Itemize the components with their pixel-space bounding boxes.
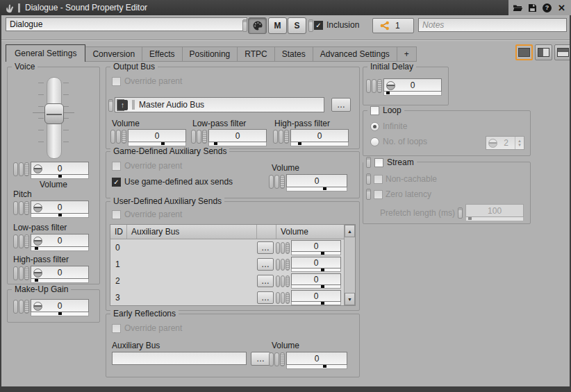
spin-down-icon[interactable]: ▼ xyxy=(518,143,522,147)
tab-effects[interactable]: Effects xyxy=(142,46,182,62)
row-browse-button[interactable]: … xyxy=(257,275,274,287)
rtpc-curve-icon[interactable] xyxy=(372,79,376,93)
drag-handle[interactable] xyxy=(366,173,371,185)
rtpc-curve-icon[interactable] xyxy=(19,266,24,280)
infinite-radio[interactable] xyxy=(370,122,379,131)
rtpc-curve-icon[interactable] xyxy=(274,175,279,189)
tab-conversion[interactable]: Conversion xyxy=(85,46,142,62)
slider-strip[interactable] xyxy=(291,252,341,255)
randomizer-icon[interactable] xyxy=(386,81,395,90)
game-aux-volume-field[interactable]: 0 xyxy=(286,174,347,187)
inclusion-checkbox[interactable]: ✓ xyxy=(314,21,323,30)
loop-checkbox[interactable] xyxy=(370,106,379,115)
state-list-icon[interactable] xyxy=(24,266,29,280)
rtpc-curve-icon[interactable] xyxy=(281,242,285,254)
tab-positioning[interactable]: Positioning xyxy=(182,46,238,62)
tab-states[interactable]: States xyxy=(274,46,313,62)
scroll-up-button[interactable]: ▲ xyxy=(345,225,355,237)
slider-strip[interactable] xyxy=(31,279,89,283)
state-list-icon[interactable] xyxy=(24,162,29,176)
drag-handle[interactable] xyxy=(242,19,247,32)
slider-strip[interactable] xyxy=(31,175,89,179)
table-row[interactable]: 0 … 0 xyxy=(110,239,345,256)
row-volume-field[interactable]: 0 xyxy=(291,240,341,252)
header-auxiliary-bus[interactable]: Auxiliary Bus xyxy=(127,225,257,239)
header-browse[interactable] xyxy=(257,225,276,239)
mini-slider-icon[interactable] xyxy=(13,300,18,314)
titlebar[interactable]: Dialogue - Sound Property Editor ? ✕ xyxy=(0,0,571,15)
mini-slider-icon[interactable] xyxy=(13,266,18,280)
voice-volume-slider[interactable] xyxy=(33,77,74,157)
rtpc-curve-icon[interactable] xyxy=(197,130,201,144)
mini-slider-icon[interactable] xyxy=(13,201,18,215)
mini-slider-icon[interactable] xyxy=(269,175,274,189)
tab-advanced-settings[interactable]: Advanced Settings xyxy=(313,46,397,62)
rtpc-curve-icon[interactable] xyxy=(19,162,24,176)
voice-highpass-field[interactable]: 0 xyxy=(31,266,89,279)
mini-slider-icon[interactable] xyxy=(276,242,280,254)
er-browse-button[interactable]: … xyxy=(251,352,270,366)
use-game-aux-checkbox[interactable]: ✓ xyxy=(112,178,121,187)
state-list-icon[interactable] xyxy=(24,201,29,215)
mini-slider-icon[interactable] xyxy=(276,259,280,271)
state-list-icon[interactable] xyxy=(284,130,289,144)
spinner-arrows[interactable]: ▲▼ xyxy=(515,137,524,149)
drag-handle[interactable] xyxy=(308,19,313,32)
slider-strip[interactable] xyxy=(465,217,524,221)
mini-slider-icon[interactable] xyxy=(269,352,274,366)
rtpc-curve-icon[interactable] xyxy=(281,259,285,271)
drag-handle[interactable] xyxy=(366,157,371,168)
solo-button[interactable]: S xyxy=(288,17,306,34)
header-id[interactable]: ID xyxy=(110,225,127,239)
save-icon[interactable] xyxy=(527,3,538,13)
voice-lowpass-field[interactable]: 0 xyxy=(31,234,89,247)
row-browse-button[interactable]: … xyxy=(257,291,274,304)
slider-strip[interactable] xyxy=(291,269,341,272)
row-browse-button[interactable]: … xyxy=(257,258,274,271)
mini-slider-icon[interactable] xyxy=(13,235,18,248)
state-list-icon[interactable] xyxy=(286,259,290,271)
mute-button[interactable]: M xyxy=(268,17,287,34)
references-button[interactable]: 1 xyxy=(372,18,414,33)
tab-rtpc[interactable]: RTPC xyxy=(237,46,274,62)
state-list-icon[interactable] xyxy=(202,130,207,144)
randomizer-icon[interactable] xyxy=(33,302,42,311)
state-list-icon[interactable] xyxy=(280,352,285,366)
row-volume-field[interactable]: 0 xyxy=(291,257,341,269)
loop-count-spinner[interactable]: 2 ▲▼ xyxy=(486,136,524,150)
color-palette-button[interactable] xyxy=(248,17,267,34)
slider-strip[interactable] xyxy=(31,214,89,218)
mini-slider-icon[interactable] xyxy=(110,130,115,144)
table-row[interactable]: 3 … 0 xyxy=(110,289,345,306)
slider-strip[interactable] xyxy=(291,302,341,305)
header-volume[interactable]: Volume xyxy=(276,225,345,239)
row-browse-button[interactable]: … xyxy=(257,241,274,254)
slider-strip[interactable] xyxy=(383,92,442,96)
single-pane-layout-button[interactable] xyxy=(515,44,533,60)
stream-checkbox[interactable] xyxy=(374,158,383,167)
rtpc-curve-icon[interactable] xyxy=(19,300,24,314)
rtpc-curve-icon[interactable] xyxy=(116,130,121,144)
row-volume-field[interactable]: 0 xyxy=(291,290,341,302)
pitch-field[interactable]: 0 xyxy=(31,201,89,214)
slider-strip[interactable] xyxy=(31,312,89,316)
table-row[interactable]: 1 … 0 xyxy=(110,256,345,273)
slider-strip[interactable] xyxy=(290,142,349,146)
mini-slider-icon[interactable] xyxy=(276,275,280,287)
override-parent-checkbox[interactable] xyxy=(112,162,121,171)
output-bus-volume-field[interactable]: 0 xyxy=(128,129,186,142)
notes-input[interactable] xyxy=(418,18,567,32)
mini-slider-icon[interactable] xyxy=(273,130,278,144)
er-aux-bus-field[interactable] xyxy=(112,352,247,365)
output-bus-highpass-field[interactable]: 0 xyxy=(290,129,349,142)
table-row[interactable]: 2 … 0 xyxy=(110,273,345,289)
randomizer-icon[interactable] xyxy=(33,164,42,173)
randomizer-icon[interactable] xyxy=(33,203,42,212)
state-list-icon[interactable] xyxy=(286,242,290,254)
split-horizontal-layout-button[interactable] xyxy=(554,44,571,60)
slider-thumb[interactable] xyxy=(44,103,64,124)
mini-slider-icon[interactable] xyxy=(191,130,196,144)
override-parent-checkbox[interactable] xyxy=(112,324,121,333)
er-volume-field[interactable]: 0 xyxy=(286,352,347,365)
override-parent-checkbox[interactable] xyxy=(112,77,121,86)
